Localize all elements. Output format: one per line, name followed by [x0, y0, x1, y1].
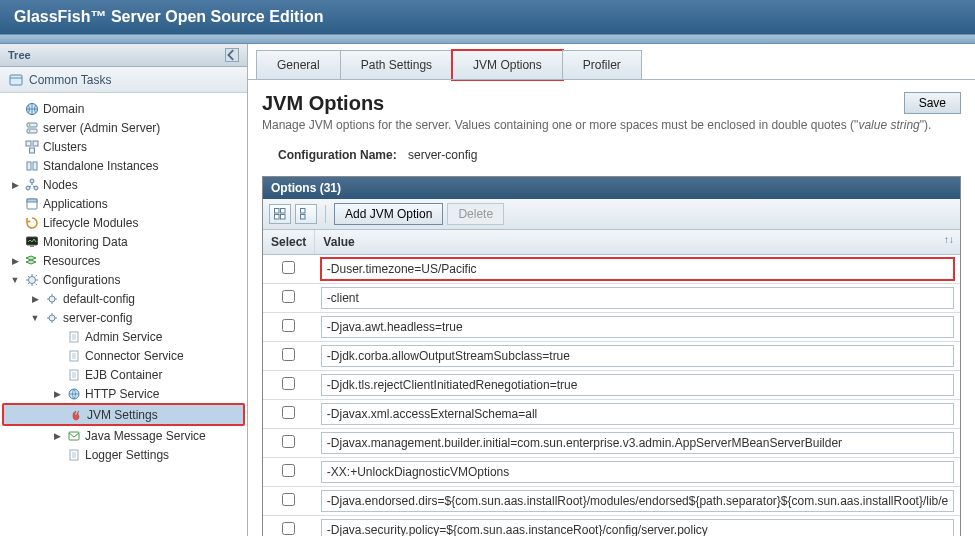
tree-node-http-service[interactable]: ▶HTTP Service	[2, 384, 245, 403]
chevron-right-icon[interactable]: ▶	[30, 294, 40, 304]
option-select-cell	[263, 370, 315, 399]
tree-node-server-config[interactable]: ▼server-config	[2, 308, 245, 327]
tree-node-configurations[interactable]: ▼Configurations	[2, 270, 245, 289]
chevron-right-icon[interactable]: ▶	[52, 431, 62, 441]
option-value-input[interactable]	[321, 432, 954, 454]
svg-rect-11	[33, 162, 37, 170]
http-icon	[66, 386, 81, 401]
tree-node-connector-service[interactable]: Connector Service	[2, 346, 245, 365]
svg-rect-40	[275, 208, 280, 213]
tree-node-ejb-container[interactable]: EJB Container	[2, 365, 245, 384]
standalone-icon	[24, 158, 39, 173]
option-value-input[interactable]	[321, 258, 954, 280]
page-description-part-b: ").	[920, 118, 932, 132]
tree-node-resources[interactable]: ▶Resources	[2, 251, 245, 270]
option-select-checkbox[interactable]	[282, 377, 295, 390]
option-select-checkbox[interactable]	[282, 406, 295, 419]
option-row	[263, 312, 960, 341]
chevron-right-icon[interactable]: ▶	[10, 256, 20, 266]
option-select-cell	[263, 341, 315, 370]
tree-node-standalone-instances[interactable]: Standalone Instances	[2, 156, 245, 175]
tree-node-label: Domain	[43, 102, 84, 116]
tab-jvm-options[interactable]: JVM Options	[452, 50, 563, 80]
tree-heading-row[interactable]: Common Tasks	[0, 67, 247, 93]
option-value-input[interactable]	[321, 374, 954, 396]
tab-profiler[interactable]: Profiler	[562, 50, 642, 80]
option-select-checkbox[interactable]	[282, 261, 295, 274]
option-value-cell	[315, 428, 960, 457]
option-value-input[interactable]	[321, 461, 954, 483]
option-value-input[interactable]	[321, 519, 954, 536]
tree-node-clusters[interactable]: Clusters	[2, 137, 245, 156]
svg-rect-4	[27, 129, 37, 133]
option-select-checkbox[interactable]	[282, 522, 295, 535]
tree-node-label: EJB Container	[85, 368, 162, 382]
tree-node-label: Standalone Instances	[43, 159, 158, 173]
option-value-cell	[315, 399, 960, 428]
option-value-input[interactable]	[321, 345, 954, 367]
col-select[interactable]: Select	[263, 230, 315, 255]
option-value-input[interactable]	[321, 287, 954, 309]
option-select-cell	[263, 515, 315, 536]
option-row	[263, 486, 960, 515]
chevron-right-icon[interactable]: ▶	[10, 180, 20, 190]
option-value-cell	[315, 486, 960, 515]
tree-heading: Common Tasks	[29, 73, 111, 87]
tree-node-domain[interactable]: Domain	[2, 99, 245, 118]
svg-point-19	[28, 276, 35, 283]
tree-node-jvm-settings[interactable]: JVM Settings	[2, 403, 245, 426]
select-all-button[interactable]	[269, 204, 291, 224]
col-value[interactable]: Value ↑↓	[315, 230, 960, 255]
svg-point-5	[28, 124, 30, 126]
option-value-input[interactable]	[321, 403, 954, 425]
add-jvm-option-button[interactable]: Add JVM Option	[334, 203, 443, 225]
select-all-icon	[274, 208, 286, 220]
option-select-checkbox[interactable]	[282, 290, 295, 303]
sort-icon[interactable]: ↑↓	[944, 234, 954, 245]
page-description: Manage JVM options for the server. Value…	[262, 117, 961, 134]
jvm-icon	[68, 407, 83, 422]
option-select-checkbox[interactable]	[282, 493, 295, 506]
tree-node-applications[interactable]: Applications	[2, 194, 245, 213]
content: JVM Options Save Manage JVM options for …	[248, 79, 975, 536]
chevron-right-icon[interactable]: ▶	[52, 389, 62, 399]
option-row	[263, 428, 960, 457]
tree-node-logger-settings[interactable]: Logger Settings	[2, 445, 245, 464]
tree-collapse-button[interactable]	[225, 48, 239, 62]
svg-rect-41	[281, 208, 286, 213]
option-value-cell	[315, 457, 960, 486]
monitor-icon	[24, 234, 39, 249]
delete-button[interactable]: Delete	[447, 203, 504, 225]
tab-general[interactable]: General	[256, 50, 341, 80]
tree-node-java-message-service[interactable]: ▶Java Message Service	[2, 426, 245, 445]
save-button[interactable]: Save	[904, 92, 961, 114]
option-select-cell	[263, 254, 315, 283]
tree-node-label: Monitoring Data	[43, 235, 128, 249]
option-value-input[interactable]	[321, 490, 954, 512]
chevron-left-icon	[226, 49, 238, 61]
chevron-down-icon[interactable]: ▼	[30, 313, 40, 323]
option-select-checkbox[interactable]	[282, 435, 295, 448]
option-select-cell	[263, 312, 315, 341]
toolbar-divider	[325, 205, 326, 223]
tree-node-admin-service[interactable]: Admin Service	[2, 327, 245, 346]
lifecycle-icon	[24, 215, 39, 230]
tab-path-settings[interactable]: Path Settings	[340, 50, 453, 80]
option-select-checkbox[interactable]	[282, 348, 295, 361]
page-icon	[66, 329, 81, 344]
options-table-container: Options (31) Add JVM Option Delete	[262, 176, 961, 536]
option-select-checkbox[interactable]	[282, 464, 295, 477]
svg-rect-42	[275, 214, 280, 219]
option-select-checkbox[interactable]	[282, 319, 295, 332]
svg-rect-3	[27, 123, 37, 127]
option-value-input[interactable]	[321, 316, 954, 338]
options-table-title: Options (31)	[263, 177, 960, 199]
tab-bar: GeneralPath SettingsJVM OptionsProfiler	[256, 50, 967, 80]
deselect-all-button[interactable]	[295, 204, 317, 224]
tree-node-server-admin-server-[interactable]: server (Admin Server)	[2, 118, 245, 137]
tree-node-default-config[interactable]: ▶default-config	[2, 289, 245, 308]
tree-node-lifecycle-modules[interactable]: Lifecycle Modules	[2, 213, 245, 232]
tree-node-nodes[interactable]: ▶Nodes	[2, 175, 245, 194]
chevron-down-icon[interactable]: ▼	[10, 275, 20, 285]
tree-node-monitoring-data[interactable]: Monitoring Data	[2, 232, 245, 251]
